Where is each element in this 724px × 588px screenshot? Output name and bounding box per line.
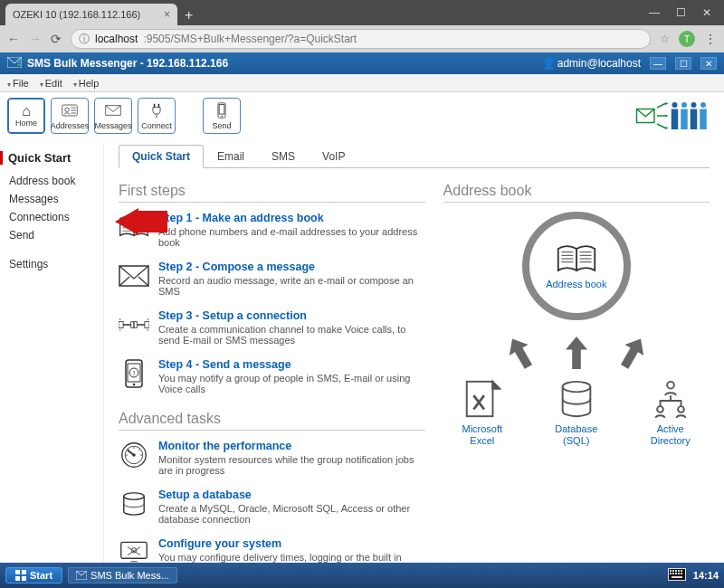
excel-icon xyxy=(462,378,503,420)
user-icon: 👤 xyxy=(542,57,556,70)
svg-rect-48 xyxy=(670,570,672,572)
adv-monitor[interactable]: Monitor the performance Monitor system r… xyxy=(119,440,425,476)
menu-edit[interactable]: Edit xyxy=(36,78,66,89)
svg-point-15 xyxy=(691,102,697,108)
toolbar-connect[interactable]: Connect xyxy=(138,98,176,134)
window-maximize-icon[interactable]: ☐ xyxy=(676,6,686,19)
site-info-icon[interactable]: ⓘ xyxy=(79,32,90,47)
svg-rect-21 xyxy=(119,322,123,328)
start-icon xyxy=(15,570,26,581)
sidebar-title: Quick Start xyxy=(0,151,103,165)
step-1[interactable]: Step 1 - Make an address book Add phone … xyxy=(119,212,425,248)
sidebar-item-send[interactable]: Send xyxy=(9,226,103,244)
svg-text:!: ! xyxy=(133,369,135,377)
phone-send-icon xyxy=(214,102,230,121)
tab-title: OZEKI 10 (192.168.112.166) xyxy=(13,9,140,20)
advanced-heading: Advanced tasks xyxy=(119,411,425,431)
sidebar-item-addressbook[interactable]: Address book xyxy=(9,172,103,190)
svg-point-38 xyxy=(562,382,590,393)
new-tab-button[interactable]: + xyxy=(185,7,193,24)
app-min-icon[interactable]: — xyxy=(650,57,666,70)
profile-avatar[interactable]: T xyxy=(679,31,695,47)
open-book-icon xyxy=(556,242,597,275)
src-label: Database (SQL) xyxy=(555,423,597,447)
step-title: Step 1 - Make an address book xyxy=(158,212,425,224)
toolbar-addresses[interactable]: Addresses xyxy=(51,98,89,134)
app-user[interactable]: 👤admin@localhost xyxy=(542,57,641,70)
svg-marker-34 xyxy=(502,333,538,372)
svg-point-6 xyxy=(221,115,223,117)
window-close-icon[interactable]: ✕ xyxy=(702,6,711,19)
app-max-icon[interactable]: ☐ xyxy=(675,57,691,70)
svg-rect-44 xyxy=(15,576,20,581)
close-icon[interactable]: × xyxy=(164,8,170,21)
tabstrip: Quick Start Email SMS VoIP xyxy=(119,144,710,168)
step-desc: Add phone numbers and e-mail addresses t… xyxy=(158,226,425,248)
svg-marker-9 xyxy=(665,115,669,118)
sidebar-item-messages[interactable]: Messages xyxy=(9,190,103,208)
browser-chrome: OZEKI 10 (192.168.112.166) × + — ☐ ✕ ← →… xyxy=(0,0,724,52)
plug-icon xyxy=(148,102,165,121)
svg-point-2 xyxy=(65,108,70,112)
tab-quickstart[interactable]: Quick Start xyxy=(119,145,204,168)
svg-rect-37 xyxy=(467,382,493,416)
taskbar-app[interactable]: SMS Bulk Mess... xyxy=(68,567,177,583)
menu-file[interactable]: File xyxy=(4,78,33,89)
adv-title: Configure your system xyxy=(158,537,425,550)
source-ad[interactable]: Active Directory xyxy=(639,378,702,447)
address-bar[interactable]: ⓘ localhost:9505/SMS+Bulk+Messenger/?a=Q… xyxy=(71,29,651,49)
adv-desc: Create a MySQL, Oracle, Microsoft SQL, A… xyxy=(158,503,425,525)
svg-marker-35 xyxy=(566,337,587,369)
tab-email[interactable]: Email xyxy=(204,145,258,168)
sidebar-item-settings[interactable]: Settings xyxy=(9,255,103,273)
browser-tab[interactable]: OZEKI 10 (192.168.112.166) × xyxy=(5,4,177,25)
taskbar: Start SMS Bulk Mess... 14:14 xyxy=(0,563,724,588)
svg-rect-52 xyxy=(681,570,682,572)
addressbook-heading: Address book xyxy=(443,183,710,203)
sidebar-item-connections[interactable]: Connections xyxy=(9,208,103,226)
svg-rect-5 xyxy=(219,104,224,114)
tab-sms[interactable]: SMS xyxy=(258,145,309,168)
database-icon xyxy=(556,378,597,420)
toolbar-send[interactable]: Send xyxy=(203,98,241,134)
svg-rect-14 xyxy=(681,109,688,130)
svg-rect-20 xyxy=(119,266,148,286)
addressbook-circle[interactable]: Address book xyxy=(522,212,631,320)
step-desc: You may notify a group of people in SMS,… xyxy=(158,373,425,394)
step-title: Step 4 - Send a message xyxy=(158,358,425,371)
step-desc: Create a communication channel to make V… xyxy=(158,324,425,346)
database-icon xyxy=(119,488,149,519)
nav-forward-icon[interactable]: → xyxy=(29,32,42,46)
bookmark-star-icon[interactable]: ☆ xyxy=(660,33,670,45)
svg-point-31 xyxy=(124,493,144,499)
keyboard-tray-icon[interactable] xyxy=(668,568,686,583)
home-icon: ⌂ xyxy=(22,104,31,119)
step-2[interactable]: Step 2 - Compose a message Record an aud… xyxy=(119,261,425,297)
browser-menu-icon[interactable]: ⋮ xyxy=(704,32,717,46)
url-host: localhost xyxy=(95,33,138,45)
addressbook-label: Address book xyxy=(546,279,606,289)
toolbar-messages[interactable]: Messages xyxy=(94,98,132,134)
svg-rect-58 xyxy=(672,576,682,578)
step-4[interactable]: ! Step 4 - Send a message You may notify… xyxy=(119,358,425,394)
toolbar-banner xyxy=(635,98,717,137)
step-3[interactable]: Step 3 - Setup a connection Create a com… xyxy=(119,309,425,346)
envelope-icon xyxy=(119,261,149,291)
envelope-icon xyxy=(76,571,87,580)
taskbar-time: 14:14 xyxy=(693,570,719,581)
source-excel[interactable]: Microsoft Excel xyxy=(451,378,514,447)
svg-point-11 xyxy=(672,102,678,108)
nav-reload-icon[interactable]: ⟳ xyxy=(51,32,62,46)
phone-alert-icon: ! xyxy=(119,358,149,389)
app-close-icon[interactable]: ✕ xyxy=(700,57,717,70)
window-minimize-icon[interactable]: — xyxy=(649,6,660,19)
toolbar-home[interactable]: ⌂ Home xyxy=(7,98,45,134)
menu-help[interactable]: Help xyxy=(70,78,103,89)
adv-database[interactable]: Setup a database Create a MySQL, Oracle,… xyxy=(119,488,425,525)
svg-marker-36 xyxy=(614,333,650,372)
tab-voip[interactable]: VoIP xyxy=(309,145,358,168)
start-button[interactable]: Start xyxy=(5,567,62,583)
source-database[interactable]: Database (SQL) xyxy=(545,378,608,447)
nav-back-icon[interactable]: ← xyxy=(7,32,20,46)
svg-rect-53 xyxy=(670,573,672,574)
